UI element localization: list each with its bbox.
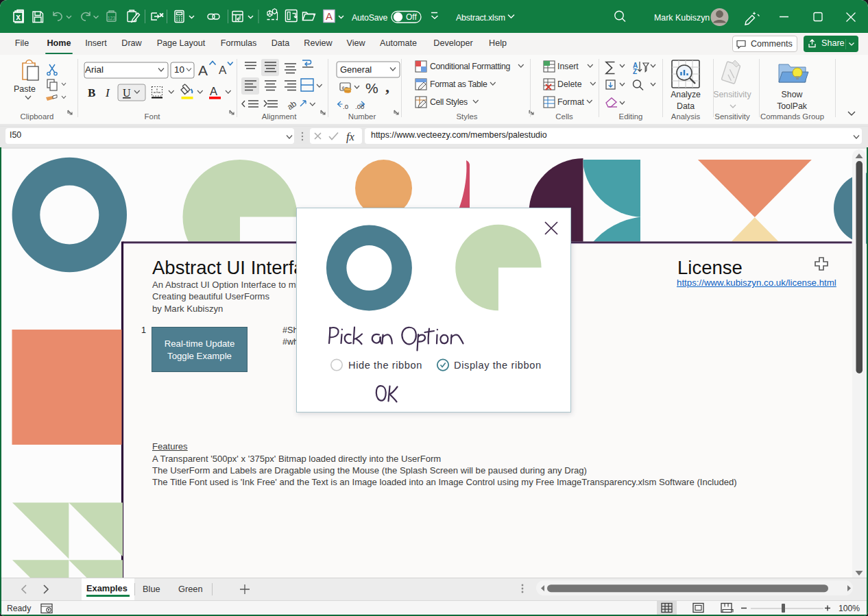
svg-text:Abstract.xlsm: Abstract.xlsm (456, 13, 505, 23)
svg-text:AutoSave: AutoSave (352, 13, 387, 23)
svg-text:Off: Off (406, 12, 417, 22)
svg-text:.00: .00 (355, 103, 364, 110)
svg-text:A: A (210, 85, 217, 97)
svg-text:fx: fx (346, 130, 355, 143)
svg-text:.0: .0 (343, 103, 348, 110)
svg-text:123: 123 (108, 16, 116, 21)
svg-text:x: x (16, 12, 21, 22)
svg-text:I: I (105, 86, 110, 99)
svg-text:U: U (123, 87, 131, 99)
svg-text:Mark Kubiszyn: Mark Kubiszyn (654, 13, 710, 23)
svg-text:B: B (88, 86, 95, 99)
svg-text:%: % (365, 80, 378, 96)
svg-text:ab: ab (285, 99, 298, 112)
svg-text:A: A (326, 10, 333, 22)
svg-text:A: A (198, 62, 208, 78)
svg-text:A: A (219, 64, 227, 77)
